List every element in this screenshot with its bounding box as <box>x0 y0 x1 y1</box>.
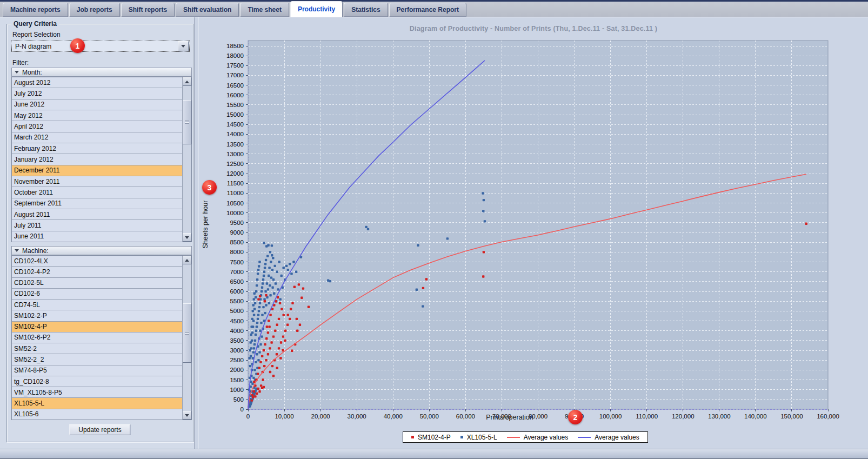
machine-item-sm52-2[interactable]: SM52-2 <box>12 343 182 354</box>
tab-job-reports[interactable]: Job reports <box>69 3 120 17</box>
month-item-june-2011[interactable]: June 2011 <box>12 231 182 242</box>
arrow-up-icon <box>185 81 189 83</box>
tab-shift-reports[interactable]: Shift reports <box>121 3 175 17</box>
month-item-february-2012[interactable]: February 2012 <box>12 143 182 154</box>
chevron-down-icon <box>181 45 185 48</box>
tab-productivity[interactable]: Productivity <box>290 1 343 17</box>
svg-text:0: 0 <box>241 406 244 413</box>
svg-text:6500: 6500 <box>230 278 244 285</box>
machine-item-cd102-6[interactable]: CD102-6 <box>12 289 182 300</box>
scrollbar-thumb[interactable] <box>183 100 191 144</box>
svg-text:120,000: 120,000 <box>672 413 695 420</box>
svg-text:0: 0 <box>246 413 250 420</box>
dropdown-arrow-button[interactable] <box>178 41 189 51</box>
month-item-november-2011[interactable]: November 2011 <box>12 176 182 187</box>
machine-list-scrollbar[interactable] <box>182 256 191 420</box>
scroll-up-button[interactable] <box>183 256 191 264</box>
machine-item-tg-cd102-8[interactable]: tg_CD102-8 <box>12 376 182 387</box>
machine-item-cd74-5l[interactable]: CD74-5L <box>12 300 182 310</box>
report-selection-label: Report Selection <box>12 31 61 38</box>
svg-text:15500: 15500 <box>226 102 244 108</box>
svg-text:160,000: 160,000 <box>817 413 839 420</box>
svg-text:10,000: 10,000 <box>275 413 293 420</box>
collapse-triangle-icon <box>15 249 19 252</box>
svg-text:140,000: 140,000 <box>744 413 767 420</box>
application-window: Machine reportsJob reportsShift reportsS… <box>0 0 868 459</box>
svg-text:2000: 2000 <box>230 367 244 373</box>
month-item-june-2012[interactable]: June 2012 <box>12 99 182 110</box>
svg-text:18000: 18000 <box>226 52 244 59</box>
chart-region: Diagram of Productivity - Number of Prin… <box>199 17 868 449</box>
machine-item-sm74-8-p5[interactable]: SM74-8-P5 <box>12 365 182 376</box>
legend-item-average-values: Average values <box>573 434 644 441</box>
svg-text:500: 500 <box>233 396 244 403</box>
tab-shift-evaluation[interactable]: Shift evaluation <box>176 3 239 17</box>
month-item-july-2011[interactable]: July 2011 <box>12 220 182 231</box>
month-list-scrollbar[interactable] <box>182 77 191 242</box>
machine-item-sm102-2-p[interactable]: SM102-2-P <box>12 310 182 321</box>
machine-item-sm102-6-p2[interactable]: SM102-6-P2 <box>12 332 182 343</box>
legend-label: Average values <box>595 434 639 441</box>
legend-item-sm102-4-p: SM102-4-P <box>406 434 456 441</box>
legend-line-swatch <box>578 437 591 438</box>
report-selection-dropdown[interactable]: P-N diagram <box>11 41 190 52</box>
svg-text:15000: 15000 <box>226 111 244 118</box>
thumb-grip <box>185 331 189 335</box>
svg-text:7000: 7000 <box>230 269 244 275</box>
window-bottom-edge <box>0 449 868 459</box>
machine-list-rows: CD102-4LXCD102-4-P2CD102-5LCD102-6CD74-5… <box>12 256 182 420</box>
update-reports-button[interactable]: Update reports <box>69 424 130 435</box>
tab-performance-report[interactable]: Performance Report <box>389 3 466 17</box>
tab-time-sheet[interactable]: Time sheet <box>240 3 289 17</box>
machine-item-cd102-5l[interactable]: CD102-5L <box>12 278 182 289</box>
month-item-august-2012[interactable]: August 2012 <box>12 77 182 88</box>
collapse-triangle-icon <box>15 71 19 74</box>
svg-text:4000: 4000 <box>230 328 244 334</box>
query-criteria-panel: Query Criteria Report Selection P-N diag… <box>6 24 193 442</box>
panel-splitter[interactable] <box>194 17 198 449</box>
month-item-december-2011[interactable]: December 2011 <box>12 165 182 176</box>
svg-text:100,000: 100,000 <box>599 413 622 420</box>
y-axis-label: Sheets per hour <box>202 195 209 254</box>
svg-text:9000: 9000 <box>230 229 244 236</box>
month-section-header[interactable]: Month: <box>11 68 192 77</box>
machine-item-xl105-5-l[interactable]: XL105-5-L <box>12 398 182 409</box>
machine-section-header[interactable]: Machine: <box>11 246 192 255</box>
month-item-october-2011[interactable]: October 2011 <box>12 187 182 198</box>
month-item-march-2012[interactable]: March 2012 <box>12 132 182 143</box>
scroll-up-button[interactable] <box>183 77 191 86</box>
svg-text:17000: 17000 <box>226 72 244 78</box>
machine-item-sm52-2-2[interactable]: SM52-2_2 <box>12 354 182 365</box>
scroll-down-button[interactable] <box>183 233 191 242</box>
month-item-may-2012[interactable]: May 2012 <box>12 110 182 121</box>
tab-statistics[interactable]: Statistics <box>344 3 388 17</box>
svg-text:1500: 1500 <box>230 377 244 383</box>
svg-text:9500: 9500 <box>230 219 244 226</box>
machine-item-vm-xl105-8-p5[interactable]: VM_XL105-8-P5 <box>12 387 182 398</box>
scrollbar-thumb[interactable] <box>183 303 191 363</box>
month-item-april-2012[interactable]: April 2012 <box>12 121 182 132</box>
svg-text:17500: 17500 <box>226 62 244 69</box>
svg-text:30,000: 30,000 <box>348 413 366 420</box>
month-item-july-2012[interactable]: July 2012 <box>12 88 182 99</box>
svg-text:10000: 10000 <box>226 210 244 216</box>
svg-text:14000: 14000 <box>226 131 244 137</box>
annotation-marker-1: 1 <box>70 38 85 53</box>
month-item-september-2011[interactable]: September 2011 <box>12 198 182 209</box>
machine-item-xl105-6[interactable]: XL105-6 <box>12 409 182 420</box>
chart-legend: SM102-4-PXL105-5-LAverage valuesAverage … <box>403 431 648 443</box>
svg-text:8500: 8500 <box>230 239 244 245</box>
tab-machine-reports[interactable]: Machine reports <box>3 3 68 17</box>
month-item-august-2011[interactable]: August 2011 <box>12 209 182 220</box>
machine-item-cd102-4lx[interactable]: CD102-4LX <box>12 256 182 267</box>
legend-item-xl105-5-l: XL105-5-L <box>456 434 502 441</box>
svg-text:10500: 10500 <box>226 200 244 207</box>
month-list-rows: August 2012July 2012June 2012May 2012Apr… <box>12 77 182 242</box>
arrow-up-icon <box>185 259 189 262</box>
svg-text:150,000: 150,000 <box>780 413 803 420</box>
month-item-january-2012[interactable]: January 2012 <box>12 154 182 165</box>
scroll-down-button[interactable] <box>183 411 191 420</box>
machine-item-cd102-4-p2[interactable]: CD102-4-P2 <box>12 267 182 277</box>
machine-item-sm102-4-p[interactable]: SM102-4-P <box>12 322 182 332</box>
legend-label: SM102-4-P <box>418 434 451 441</box>
